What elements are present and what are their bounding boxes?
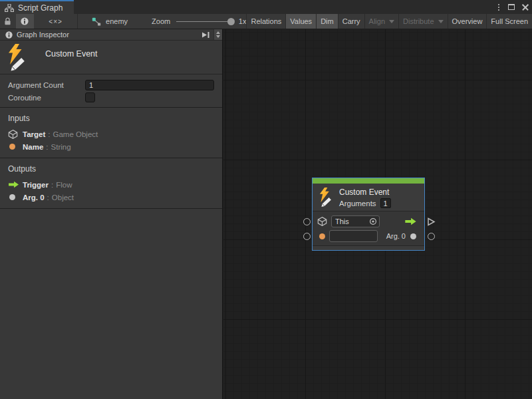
fullscreen-button[interactable]: Full Screen — [486, 14, 532, 29]
node-target-row: This — [317, 214, 420, 229]
flow-output-port-icon[interactable] — [404, 217, 418, 225]
node-body: This Arg. 0 — [313, 211, 424, 245]
node-arguments-label: Arguments — [339, 200, 376, 207]
graph-canvas[interactable]: Custom Event Arguments 1 This — [223, 29, 532, 399]
coroutine-checkbox[interactable] — [85, 92, 95, 102]
tab-title: Script Graph — [18, 3, 63, 13]
inputs-title: Inputs — [8, 114, 222, 123]
outputs-section: Outputs Trigger : Flow Arg. 0 : Object — [0, 158, 222, 209]
node-target-dropdown[interactable]: This — [331, 215, 380, 227]
output-row-arg0: Arg. 0 : Object — [0, 191, 222, 203]
zoom-value: 1x — [239, 17, 247, 25]
graph-toolbar: <×> enemy Zoom 1x Relations Values Dim C… — [0, 14, 532, 29]
kebab-menu-icon[interactable] — [497, 3, 501, 12]
titlebar: Script Graph — [0, 0, 532, 14]
graph-inspector-title: Graph Inspector — [17, 31, 69, 39]
info-button[interactable] — [16, 14, 35, 29]
argument-count-row: Argument Count — [0, 78, 222, 91]
toolbar-buttons: Relations Values Dim Carry Align Distrib… — [246, 14, 532, 29]
custom-event-icon — [7, 44, 26, 72]
custom-event-node[interactable]: Custom Event Arguments 1 This — [312, 178, 425, 251]
maximize-icon[interactable] — [508, 4, 515, 10]
graph-inspector-header: Graph Inspector — [0, 29, 222, 41]
input-port-target[interactable] — [303, 218, 311, 225]
flow-arrow-icon — [8, 181, 19, 188]
node-footer — [313, 246, 424, 250]
lock-button[interactable] — [0, 14, 16, 29]
node-name-input[interactable] — [329, 230, 378, 242]
zoom-slider-handle[interactable] — [227, 18, 235, 25]
relations-button[interactable]: Relations — [246, 14, 285, 29]
window-controls — [497, 0, 529, 14]
argument-count-input[interactable] — [85, 80, 214, 90]
node-accent-strip — [313, 178, 424, 184]
zoom-slider[interactable] — [176, 14, 233, 29]
object-port-icon — [9, 194, 15, 200]
coroutine-label: Coroutine — [8, 94, 85, 102]
unity-script-graph-window: Script Graph <×> — [0, 0, 532, 399]
code-icon: <×> — [49, 18, 63, 25]
event-title: Custom Event — [45, 49, 98, 74]
overview-button[interactable]: Overview — [448, 14, 487, 29]
output-port-trigger[interactable] — [427, 217, 436, 226]
event-fields: Argument Count Coroutine — [0, 74, 222, 108]
lock-icon — [4, 17, 11, 25]
breadcrumb-label: enemy — [106, 17, 128, 25]
output-port-arg0[interactable] — [428, 233, 435, 240]
scroll-up-icon — [216, 31, 220, 34]
node-title: Custom Event — [339, 187, 391, 198]
game-object-cube-icon — [8, 129, 18, 140]
script-graph-icon — [5, 4, 14, 12]
argument-count-label: Argument Count — [8, 81, 85, 89]
carry-button[interactable]: Carry — [338, 14, 364, 29]
input-row-target: Target : Game Object — [0, 128, 222, 140]
object-output-port-icon[interactable] — [410, 233, 416, 239]
zoom-label: Zoom — [152, 17, 170, 25]
node-arg0-label: Arg. 0 — [386, 232, 406, 240]
distribute-button[interactable]: Distribute — [398, 14, 447, 29]
input-row-name: Name : String — [0, 140, 222, 153]
graph-breadcrumb-icon — [92, 17, 101, 26]
output-row-trigger: Trigger : Flow — [0, 178, 222, 191]
inputs-section: Inputs Target : Game Object Name : Strin… — [0, 108, 222, 158]
node-arguments-value: 1 — [380, 198, 391, 208]
breadcrumb[interactable]: enemy — [78, 14, 128, 29]
input-port-name[interactable] — [303, 233, 311, 240]
close-icon[interactable] — [522, 4, 529, 11]
graph-inspector-panel: Graph Inspector — [0, 29, 223, 399]
values-button[interactable]: Values — [285, 14, 316, 29]
outputs-title: Outputs — [8, 164, 222, 174]
zoom-slider-track — [176, 21, 233, 22]
coroutine-row: Coroutine — [0, 91, 222, 104]
target-picker-icon[interactable] — [369, 217, 377, 225]
chevron-down-icon — [389, 20, 394, 23]
string-port-icon[interactable] — [319, 233, 325, 239]
chevron-down-icon — [438, 20, 444, 23]
event-header: Custom Event — [0, 41, 222, 74]
info-icon — [21, 17, 29, 25]
code-preview-button[interactable]: <×> — [34, 14, 77, 29]
dock-panel-button[interactable] — [198, 29, 213, 40]
dock-icon — [201, 31, 210, 39]
panel-scroll-arrows[interactable] — [213, 29, 222, 40]
node-name-row: Arg. 0 — [317, 229, 420, 243]
info-icon — [5, 31, 13, 39]
custom-event-icon — [319, 188, 332, 207]
tab-script-graph[interactable]: Script Graph — [0, 0, 74, 14]
game-object-cube-icon — [317, 216, 327, 227]
align-button[interactable]: Align — [364, 14, 398, 29]
dim-button[interactable]: Dim — [316, 14, 338, 29]
string-port-icon — [9, 144, 15, 150]
scroll-down-icon — [216, 35, 220, 38]
node-header[interactable]: Custom Event Arguments 1 — [313, 184, 424, 211]
